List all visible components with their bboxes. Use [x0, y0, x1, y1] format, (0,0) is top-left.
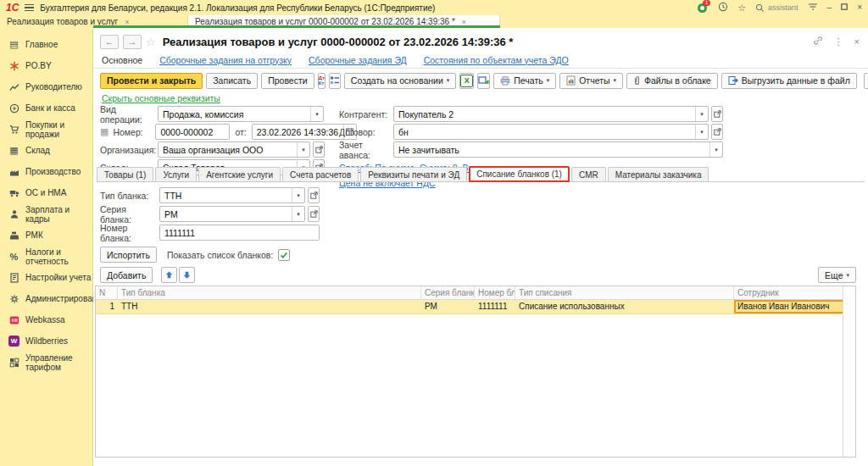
history-icon[interactable] [718, 2, 728, 14]
column-header-writeoff-type[interactable]: Тип списания [515, 286, 734, 299]
sidebar-item-glavnoe[interactable]: ▤Главное [0, 34, 92, 55]
maximize-button[interactable] [841, 3, 848, 12]
tab-agentskie-uslugi[interactable]: Агентские услуги [198, 167, 281, 181]
sidebar-item-upravlenie-tarifom[interactable]: Управление тарифом [0, 352, 92, 373]
show-blank-list-checkbox[interactable] [278, 249, 290, 261]
operation-type-field[interactable]: Продажа, комиссия▾ [158, 106, 324, 122]
reports-button[interactable]: Отчеты▾ [559, 73, 623, 89]
open-blank-series-button[interactable] [308, 206, 320, 222]
table-row[interactable]: 1 ТТН РМ 1111111 Списание использованных… [96, 300, 855, 314]
load-image-button[interactable] [477, 73, 490, 89]
write-button[interactable]: Записать [206, 73, 258, 89]
cloud-files-button[interactable]: Файлы в облаке [626, 73, 718, 89]
post-and-close-button[interactable]: Провести и закрыть [100, 73, 203, 89]
excel-export-button[interactable]: X [459, 73, 474, 89]
show-postings-button[interactable]: ДтКт [318, 73, 326, 89]
column-header-number[interactable]: Номер бланка [475, 286, 515, 299]
settings-lines-icon[interactable] [808, 3, 818, 13]
blank-series-field[interactable]: РМ▾ [159, 206, 305, 222]
contract-field[interactable]: бн▾ [393, 124, 709, 140]
forward-button[interactable]: → [123, 35, 142, 49]
sidebar-item-administrirovanie[interactable]: Администрирование [0, 288, 92, 309]
sidebar-item-nalogi[interactable]: %Налоги и отчетность [0, 246, 92, 267]
tab-materialy-zakazchika[interactable]: Материалы заказчика [608, 167, 709, 181]
open-organization-button[interactable] [313, 141, 325, 158]
open-counterparty-button[interactable] [711, 106, 723, 122]
blank-number-field[interactable]: 1111111 [159, 225, 320, 241]
cell-blank-type[interactable]: ТТН [118, 300, 421, 313]
column-header-n[interactable]: N [96, 286, 118, 299]
sidebar-item-rukovoditelyu[interactable]: Руководителю [0, 76, 92, 97]
sidebar-item-nastroyki-ucheta[interactable]: Настройки учета [0, 267, 92, 288]
dropdown-button[interactable]: ▾ [709, 142, 722, 157]
favorites-icon[interactable]: ☆ [737, 3, 746, 14]
nav-assembly-ed[interactable]: Сборочные задания ЭД [309, 55, 407, 65]
dropdown-button[interactable]: ▾ [695, 107, 708, 121]
cell-employee-active[interactable]: Иванов Иван Иванович [734, 300, 845, 313]
nav-assembly-shipment[interactable]: Сборочные задания на отгрузку [159, 55, 292, 65]
sidebar-item-pokupki-prodazhi[interactable]: Покупки и продажи [0, 119, 92, 140]
tab-spisanie-blankov[interactable]: Списание бланков (1) [469, 166, 570, 182]
open-contract-button[interactable] [711, 124, 723, 140]
tab-close-icon[interactable]: × [125, 18, 129, 26]
back-button[interactable]: ← [100, 35, 119, 49]
tab-tovary[interactable]: Товары (1) [97, 167, 153, 181]
dropdown-button[interactable]: ▾ [292, 188, 304, 202]
close-form-icon[interactable]: × [854, 36, 860, 47]
export-to-file-button[interactable]: Выгрузить данные в файл [721, 73, 857, 89]
sidebar-item-os-nma[interactable]: ОС и НМА [0, 182, 92, 203]
main-menu-icon[interactable] [25, 4, 34, 12]
close-window-button[interactable]: × [857, 3, 862, 12]
hide-requisites-link[interactable]: Скрыть основные реквизиты [102, 93, 220, 103]
dropdown-button[interactable]: ▾ [310, 107, 323, 121]
sidebar-item-wildberries[interactable]: WWildberries [0, 330, 92, 352]
print-button[interactable]: Печать▾ [493, 73, 556, 89]
get-link-icon[interactable] [813, 36, 823, 47]
post-button[interactable]: Провести [261, 73, 314, 89]
tab-rekvizity-pechati[interactable]: Реквизиты печати и ЭД [360, 167, 467, 181]
document-structure-button[interactable] [329, 73, 341, 89]
counterparty-field[interactable]: Покупатель 2▾ [393, 106, 709, 122]
add-row-button[interactable]: Добавить [100, 267, 153, 283]
number-field[interactable]: 0000-000002 [155, 124, 230, 140]
spoil-button[interactable]: Испортить [100, 247, 157, 263]
sidebar-item-rmk[interactable]: РМК [0, 225, 92, 246]
dropdown-button[interactable]: ▾ [695, 125, 708, 139]
sidebar-item-bank-kassa[interactable]: Банк и касса [0, 97, 92, 119]
cell-n[interactable]: 1 [96, 300, 118, 313]
notification-center-icon[interactable]: 1 [698, 3, 709, 14]
tab-cmr[interactable]: CMR [571, 167, 606, 181]
organization-field[interactable]: Ваша организация ООО▾ [158, 141, 310, 158]
nav-main[interactable]: Основное [102, 55, 142, 65]
more-button[interactable]: Еще▾ [864, 73, 868, 89]
sidebar-item-proizvodstvo[interactable]: Производство [0, 161, 92, 182]
move-up-button[interactable] [161, 267, 177, 283]
sidebar-item-zarplata-kadry[interactable]: Зарплата и кадры [0, 203, 92, 225]
cell-number[interactable]: 1111111 [475, 300, 515, 313]
dropdown-button[interactable]: ▾ [292, 207, 304, 221]
tab-close-icon[interactable]: × [462, 18, 466, 26]
blank-type-field[interactable]: ТТН▾ [159, 187, 305, 203]
sidebar-item-webkassa[interactable]: Webkassa [0, 309, 92, 330]
table-more-button[interactable]: Еще▾ [818, 267, 856, 283]
sidebar-item-sklad[interactable]: ▦Склад [0, 140, 92, 161]
advance-offset-field[interactable]: Не зачитывать▾ [393, 141, 723, 158]
open-blank-type-button[interactable] [308, 187, 320, 203]
cell-writeoff-type[interactable]: Списание использованных [515, 300, 734, 313]
edit-number-icon[interactable]: ▦ [100, 126, 108, 137]
create-on-base-button[interactable]: Создать на основании▾ [344, 73, 456, 89]
table-scrollbar[interactable] [843, 286, 855, 457]
tab-scheta-raschetov[interactable]: Счета расчетов [282, 167, 359, 181]
tab-uslugi[interactable]: Услуги [155, 167, 197, 181]
dropdown-button[interactable]: ▾ [297, 142, 309, 157]
search-assistant[interactable]: assistant [755, 3, 798, 13]
column-header-employee[interactable]: Сотрудник [734, 286, 845, 299]
cell-series[interactable]: РМ [421, 300, 475, 313]
move-down-button[interactable] [179, 267, 195, 283]
column-header-blank-type[interactable]: Тип бланка [118, 286, 421, 299]
sidebar-item-poby[interactable]: PO.BY [0, 55, 92, 76]
favorite-star-icon[interactable]: ☆ [146, 36, 156, 48]
nav-edo-states[interactable]: Состояния по объектам учета ЭДО [424, 55, 569, 65]
more-menu-icon[interactable]: ⋮ [834, 36, 843, 47]
column-header-series[interactable]: Серия бланка [421, 286, 475, 299]
